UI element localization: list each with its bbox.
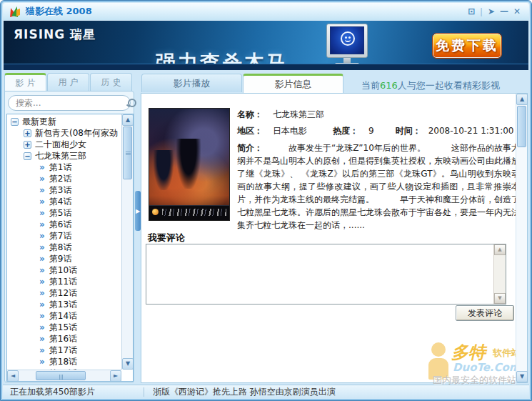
tab-users[interactable]: 用 户: [47, 73, 89, 91]
scroll-up-icon[interactable]: ▲: [516, 94, 528, 105]
episode-item[interactable]: »第12话: [7, 287, 121, 299]
episode-item[interactable]: »第2话: [7, 173, 121, 184]
rising-brand-logo: ЯISING 瑞星: [14, 26, 96, 43]
episode-label: 第5话: [49, 207, 72, 219]
tab-movie-info[interactable]: 影片信息: [243, 74, 343, 93]
scroll-left-icon[interactable]: ◄: [7, 370, 19, 382]
episode-item[interactable]: »第14话: [7, 310, 121, 322]
poster-logo-icon: [152, 209, 159, 215]
comment-box: ▲ ▼: [146, 244, 506, 305]
controls-divider: ǀ: [480, 6, 483, 16]
scroll-up-icon[interactable]: ▲: [494, 244, 506, 255]
close-icon[interactable]: ✕: [513, 6, 521, 16]
episode-label: 第4话: [49, 196, 72, 207]
episode-label: 第18话: [49, 356, 77, 367]
scroll-down-icon[interactable]: ▼: [122, 358, 134, 370]
episode-item[interactable]: »第15话: [7, 322, 121, 333]
scrollbar-thumb[interactable]: [123, 127, 132, 179]
episode-item[interactable]: »第8话: [7, 242, 121, 253]
app-logo-icon: [9, 6, 21, 17]
time-label: 时间：: [396, 125, 421, 137]
episode-item[interactable]: »第6话: [7, 219, 121, 230]
episode-item[interactable]: »第9话: [7, 253, 121, 264]
double-arrow-icon: »: [39, 345, 45, 356]
scroll-down-icon[interactable]: ▼: [494, 293, 506, 304]
free-download-button[interactable]: 免费下载: [433, 34, 501, 58]
double-arrow-icon: »: [39, 322, 45, 333]
tree-vertical-scrollbar[interactable]: ▲ ▼: [121, 114, 133, 370]
episode-label: 第14话: [49, 310, 77, 322]
tree-node-movie[interactable]: + 二十面相少女: [7, 139, 121, 150]
watermark-name: 多特: [451, 341, 486, 364]
pin-icon[interactable]: ➤: [488, 6, 495, 16]
collapse-icon[interactable]: −: [24, 152, 31, 160]
scroll-up-icon[interactable]: ▲: [122, 114, 134, 126]
watermark-domain: DuoTe.Com: [453, 361, 521, 374]
tree-horizontal-scrollbar[interactable]: ◄ ►: [7, 370, 121, 381]
double-arrow-icon: »: [39, 333, 45, 345]
main-tabs: 影片播放 影片信息: [141, 74, 344, 93]
double-arrow-icon: »: [39, 310, 45, 322]
viewer-count-text: 当前616人与您一起收看精彩影视: [361, 79, 500, 92]
tree-node-movie[interactable]: + 新包青天(08年何家劲: [7, 127, 121, 139]
expand-icon[interactable]: +: [24, 129, 31, 137]
tree-node-movie[interactable]: − 七龙珠第三部: [7, 150, 121, 162]
double-arrow-icon: »: [39, 356, 45, 367]
double-arrow-icon: »: [39, 276, 45, 287]
scrollbar-thumb[interactable]: [36, 371, 86, 380]
chevron-right-icon: ▶: [136, 208, 140, 214]
episode-item[interactable]: »第3话: [7, 184, 121, 196]
episode-label: 第2话: [49, 173, 72, 184]
episode-item[interactable]: »第16话: [7, 333, 121, 345]
movie-tree: − 最新更新 + 新包青天(08年何家劲 + 二十面相少女 − 七龙珠第三部 »…: [6, 114, 134, 382]
sidebar-collapse-handle[interactable]: ▶: [135, 191, 141, 231]
movie-time: 2008-10-21 1:31:00: [428, 125, 514, 137]
comment-input[interactable]: [146, 244, 493, 304]
banner-bottom-strip: [4, 64, 528, 70]
sidebar-tabs: 影 片 用 户 历 史: [4, 73, 134, 91]
episode-item[interactable]: »第13话: [7, 299, 121, 310]
comment-scrollbar[interactable]: ▲ ▼: [493, 244, 506, 304]
episode-item[interactable]: »第4话: [7, 196, 121, 207]
tree-content: − 最新更新 + 新包青天(08年何家劲 + 二十面相少女 − 七龙珠第三部 »…: [7, 116, 121, 370]
episode-label: 第12话: [49, 287, 77, 299]
duote-watermark: 多特 软件站 DuoTe.Com 国内最安全的软件站: [427, 341, 528, 384]
scroll-right-icon[interactable]: ►: [110, 370, 121, 382]
movie-name: 七龙珠第三部: [273, 109, 324, 121]
sidebar-panel: − 最新更新 + 新包青天(08年何家劲 + 二十面相少女 − 七龙珠第三部 »…: [4, 91, 134, 383]
minimize-icon[interactable]: —: [500, 6, 508, 16]
episode-label: 第6话: [49, 219, 72, 230]
episode-item[interactable]: »第5话: [7, 207, 121, 219]
double-arrow-icon: »: [39, 299, 45, 310]
episode-item[interactable]: »第18话: [7, 356, 121, 367]
episode-label: 第9话: [49, 253, 72, 264]
tab-movie-play[interactable]: 影片播放: [141, 74, 242, 92]
desc-label: 简介：: [237, 143, 263, 153]
episode-item[interactable]: »第10话: [7, 264, 121, 276]
double-arrow-icon: »: [39, 173, 45, 184]
episode-item[interactable]: »第1话: [7, 162, 121, 173]
expand-icon[interactable]: +: [24, 141, 31, 149]
double-arrow-icon: »: [39, 242, 45, 253]
collapse-icon[interactable]: −: [11, 118, 19, 126]
scroll-down-icon[interactable]: ▼: [516, 371, 528, 382]
scrollbar-thumb[interactable]: [517, 106, 526, 147]
episode-item[interactable]: »第7话: [7, 230, 121, 242]
tree-node-latest[interactable]: − 最新更新: [7, 116, 121, 127]
ad-banner[interactable]: ЯISING 瑞星 强力查杀木马 免费下载: [4, 21, 528, 70]
episode-item[interactable]: »第17话: [7, 345, 121, 356]
tree-node-label: 七龙珠第三部: [35, 150, 86, 162]
tab-movies[interactable]: 影 片: [4, 73, 46, 91]
double-arrow-icon: »: [39, 162, 45, 173]
episode-item[interactable]: »第11话: [7, 276, 121, 287]
main-vertical-scrollbar[interactable]: ▲ ▼: [516, 94, 527, 382]
episode-label: 第16话: [49, 333, 77, 345]
news-ticker[interactable]: 浙版《西游记》抢先上路 孙悟空由京剧演员出演: [153, 386, 336, 398]
status-bar: 正在加载第450部影片 浙版《西游记》抢先上路 孙悟空由京剧演员出演: [3, 385, 529, 398]
episode-label: 第11话: [49, 276, 77, 287]
person-icon: [428, 342, 450, 380]
tab-history[interactable]: 历 史: [90, 73, 132, 91]
post-comment-button[interactable]: 发表评论: [456, 305, 514, 321]
skin-menu-icon[interactable]: ⊡: [468, 6, 475, 16]
search-input[interactable]: [9, 98, 126, 108]
